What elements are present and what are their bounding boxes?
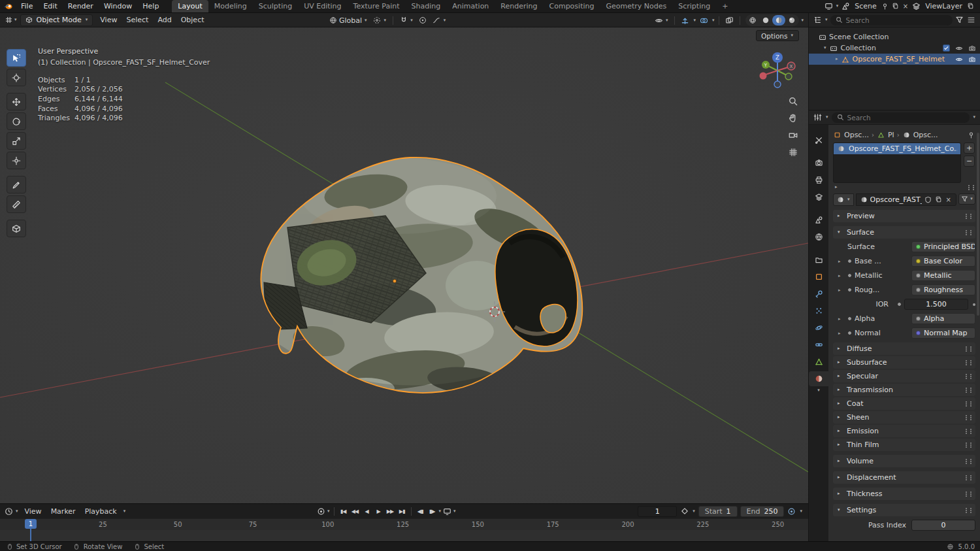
material-name-field[interactable]: Opscore_FAST_F... ×: [856, 193, 956, 206]
editor-type-dropdown-icon[interactable]: ▾: [14, 18, 18, 22]
timeline-menu-item[interactable]: View: [20, 505, 46, 518]
outliner-search[interactable]: [830, 15, 953, 25]
screen-layout-dropdown-icon[interactable]: ▾: [836, 4, 840, 8]
proportional-falloff-dropdown[interactable]: ▾: [431, 14, 449, 26]
panel-volume[interactable]: ▸ Volume: [833, 455, 975, 467]
disable-render-camera-icon[interactable]: [968, 44, 976, 52]
new-viewlayer-icon[interactable]: [966, 2, 975, 10]
blender-logo-icon[interactable]: [0, 1, 16, 11]
viewport-menu-item[interactable]: Select: [122, 13, 153, 27]
workspace-tab[interactable]: Geometry Nodes: [600, 0, 672, 12]
timeline-editor-icon[interactable]: [4, 507, 14, 516]
workspace-tab[interactable]: Texture Paint: [348, 0, 406, 12]
tab-collection[interactable]: [809, 252, 828, 267]
properties-search[interactable]: [832, 112, 970, 123]
topbar-menu-item[interactable]: Render: [63, 0, 99, 12]
panel-surface[interactable]: ▾ Surface: [833, 226, 975, 239]
surface-subpanel-header[interactable]: ▸ Emission: [833, 425, 975, 437]
tool-move[interactable]: [7, 93, 26, 110]
mode-dropdown[interactable]: Object Mode ▾: [20, 14, 93, 26]
surface-subpanel-header[interactable]: ▸ Coat: [833, 397, 975, 410]
tabs-overflow-icon[interactable]: ▾: [817, 388, 821, 393]
jump-to-prev-keyframe-button[interactable]: ◀◀: [350, 506, 361, 516]
tab-render[interactable]: [809, 156, 828, 171]
tool-add-cube[interactable]: [7, 220, 26, 237]
keying-dropdown-icon[interactable]: ▾: [327, 509, 331, 514]
delete-scene-icon[interactable]: ×: [902, 3, 909, 10]
show-overlays-toggle[interactable]: [698, 14, 710, 26]
outliner-editor-icon[interactable]: [813, 15, 823, 25]
scene-name[interactable]: Scene: [853, 2, 879, 10]
screen-layout-icon[interactable]: [824, 1, 834, 11]
tool-select-box[interactable]: [7, 49, 26, 67]
start-frame-field[interactable]: Start 1: [698, 506, 738, 517]
keying-set-icon[interactable]: [679, 507, 689, 516]
workspace-tab[interactable]: Compositing: [544, 0, 600, 12]
playhead[interactable]: 1: [25, 519, 37, 529]
browse-material-button[interactable]: ▾: [833, 193, 854, 206]
roughness-button[interactable]: Roughness: [911, 284, 975, 295]
topbar-menu-item[interactable]: Window: [99, 0, 137, 12]
shading-wireframe-button[interactable]: [746, 15, 759, 25]
record-icon[interactable]: [316, 507, 326, 516]
show-gizmo-toggle[interactable]: [679, 14, 691, 26]
shading-solid-button[interactable]: [759, 15, 772, 25]
outliner-editor-dropdown-icon[interactable]: ▾: [825, 18, 828, 22]
tab-particles[interactable]: [809, 303, 828, 318]
jump-to-next-keyframe-button[interactable]: ▶▶: [385, 506, 396, 516]
row-expand-icon[interactable]: ▸: [838, 259, 845, 264]
transform-orientation-dropdown[interactable]: Global ▾: [327, 14, 370, 26]
timeline-editor-dropdown-icon[interactable]: ▾: [15, 509, 19, 514]
timeline-ruler[interactable]: 255075100125150175200225250: [0, 518, 808, 530]
workspace-tab[interactable]: Shading: [406, 0, 447, 12]
tab-view-layer[interactable]: [809, 190, 828, 205]
auto-keying-dropdown-icon[interactable]: ▾: [799, 509, 803, 514]
shading-material-preview-button[interactable]: [772, 15, 785, 25]
material-slot-item[interactable]: Opscore_FAST_FS_Helmet_Co...: [834, 143, 960, 154]
auto-keying-icon[interactable]: [787, 507, 796, 516]
expand-arrow-icon[interactable]: ▸: [835, 57, 839, 61]
tab-physics[interactable]: [809, 320, 828, 335]
properties-editor-icon[interactable]: [813, 112, 823, 122]
workspace-tab[interactable]: UV Editing: [298, 0, 347, 12]
base-color-button[interactable]: Base Color: [911, 256, 975, 267]
new-scene-icon[interactable]: [891, 2, 900, 10]
ior-decorator-dot[interactable]: [973, 303, 975, 306]
viewlayer-name[interactable]: ViewLayer: [923, 2, 964, 10]
disable-render-camera-icon[interactable]: [968, 55, 976, 63]
tab-scene[interactable]: [809, 212, 828, 227]
outliner-row-scene-collection[interactable]: Scene Collection: [809, 31, 980, 42]
jump-to-start-button[interactable]: ▮◀: [338, 506, 349, 516]
object-type-visibility-dropdown[interactable]: ▾: [653, 14, 671, 26]
tool-measure[interactable]: [7, 195, 26, 213]
fake-user-shield-icon[interactable]: [924, 195, 932, 204]
tab-constraints[interactable]: [809, 337, 828, 352]
surface-subpanel-header[interactable]: ▸ Specular: [833, 370, 975, 382]
zoom-icon[interactable]: [786, 94, 800, 109]
outliner-row-helmet-object[interactable]: ▸ Opscore_FAST_SF_Helmet: [809, 54, 980, 65]
workspace-tab[interactable]: Rendering: [495, 0, 543, 12]
collapse-arrow-icon[interactable]: ▾: [823, 46, 827, 50]
alpha-button[interactable]: Alpha: [911, 313, 975, 324]
surface-subpanel-header[interactable]: ▸ Diffuse: [833, 342, 975, 355]
current-frame-field[interactable]: 1: [638, 506, 677, 517]
gizmo-chevron-icon[interactable]: ▾: [693, 18, 696, 23]
pin-scene-icon[interactable]: [881, 2, 889, 10]
hide-eye-icon[interactable]: [955, 55, 963, 63]
workspace-tab[interactable]: Animation: [446, 0, 495, 12]
hide-eye-icon[interactable]: [955, 44, 963, 52]
breadcrumb-material[interactable]: Opsc...: [913, 131, 938, 139]
outliner-search-input[interactable]: [846, 16, 948, 24]
outliner-filter-funnel-icon[interactable]: [955, 15, 964, 25]
workspace-tab[interactable]: Modeling: [208, 0, 253, 12]
pivot-point-dropdown[interactable]: ▾: [371, 14, 389, 26]
unlink-material-icon[interactable]: ×: [945, 196, 953, 203]
topbar-menu-item[interactable]: Help: [137, 0, 164, 12]
prev-frame-button[interactable]: ◀▮: [415, 506, 426, 516]
tab-modifiers[interactable]: [809, 286, 828, 301]
material-filter-button[interactable]: ▾: [958, 193, 975, 205]
workspace-tab[interactable]: Sculpting: [253, 0, 298, 12]
timeline-menu-item[interactable]: Playback: [80, 505, 122, 518]
panel-settings[interactable]: ▾ Settings: [833, 504, 975, 516]
end-frame-field[interactable]: End 250: [740, 506, 785, 517]
